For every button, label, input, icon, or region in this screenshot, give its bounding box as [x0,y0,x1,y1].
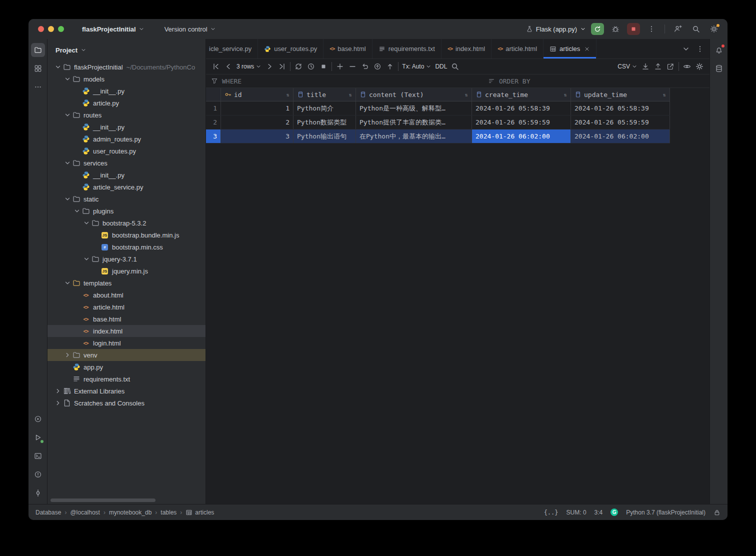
column-header-update-time[interactable]: update_time ⇅ [571,88,670,101]
tab-options-button[interactable] [694,43,706,55]
cell-content[interactable]: Python是一种高级、解释型… [356,102,472,115]
transaction-mode-button[interactable]: Tx: Auto [400,60,433,72]
tree-item-jquery-min-js[interactable]: JS jquery.min.js [48,265,206,277]
tab-index-html[interactable]: <> index.html [442,39,492,58]
tree-item-services-init-py[interactable]: __init__.py [48,169,206,181]
tree-item-user-routes-py[interactable]: user_routes.py [48,145,206,157]
run-configuration-selector[interactable]: Flask (app.py) [526,26,586,33]
cell-content[interactable]: Python提供了丰富的数据类… [356,116,472,129]
tree-item-static[interactable]: static [48,193,206,205]
chevron-right-icon[interactable] [54,388,62,394]
structure-tool-window-button[interactable] [31,62,45,76]
lock-icon[interactable] [714,509,720,516]
table-row[interactable]: 2 2 Python数据类型 Python提供了丰富的数据类… 2024-01-… [206,116,670,130]
chevron-down-icon[interactable] [63,76,72,82]
where-filter-field[interactable]: WHERE [206,78,488,85]
sort-icon[interactable]: ⇅ [286,92,290,98]
tree-item-routes[interactable]: routes [48,109,206,121]
more-tool-windows-button[interactable] [31,80,45,94]
cell-update-time[interactable]: 2024-01-26 05:58:39 [571,102,670,115]
tree-item-external-libraries[interactable]: External Libraries [48,385,206,397]
tree-item-article-py[interactable]: article.py [48,97,206,109]
delete-row-button[interactable] [346,60,358,72]
zoom-window-button[interactable] [58,26,64,32]
tab-base-html[interactable]: <> base.html [324,39,372,58]
tree-item-flaskprojectinitial[interactable]: flaskProjectInitial ~/Documents/PythonCo [48,61,206,73]
tree-item-plugins[interactable]: plugins [48,205,206,217]
export-format-button[interactable]: CSV [616,60,639,72]
aggregate-widget[interactable]: SUM: 0 [566,509,586,516]
tree-item-app-py[interactable]: app.py [48,361,206,373]
grid-corner-cell[interactable] [206,88,221,101]
terminal-tool-window-button[interactable] [31,449,45,463]
history-button[interactable] [305,60,317,72]
table-row[interactable]: 1 1 Python简介 Python是一种高级、解释型… 2024-01-26… [206,102,670,116]
tree-item-base-html[interactable]: <> base.html [48,313,206,325]
tree-item-requirements-txt[interactable]: requirements.txt [48,373,206,385]
tree-item-login-html[interactable]: <> login.html [48,337,206,349]
cell-title[interactable]: Python输出语句 [294,130,356,143]
hidden-tabs-button[interactable] [680,43,692,55]
reload-data-button[interactable] [292,60,304,72]
tree-item-models-init-py[interactable]: __init__.py [48,85,206,97]
version-control-tool-window-button[interactable] [31,486,45,500]
tab-article-html[interactable]: <> article.html [492,39,544,58]
chevron-right-icon[interactable] [63,352,72,358]
data-settings-button[interactable] [694,60,706,72]
view-options-button[interactable] [681,60,693,72]
chevron-down-icon[interactable] [82,220,91,226]
next-page-button[interactable] [264,60,276,72]
commit-button[interactable] [384,60,396,72]
chevron-down-icon[interactable] [63,112,72,118]
cell-id[interactable]: 3 [221,130,294,143]
cell-create-time[interactable]: 2024-01-26 05:58:39 [472,102,571,115]
chevron-down-icon[interactable] [72,208,82,214]
cell-id[interactable]: 2 [221,116,294,129]
find-button[interactable] [449,60,461,72]
stop-button[interactable] [627,23,640,35]
sort-icon[interactable]: ⇅ [564,92,567,98]
row-number[interactable]: 1 [206,102,221,115]
tree-item-about-html[interactable]: <> about.html [48,289,206,301]
chevron-down-icon[interactable] [82,256,91,262]
column-header-id[interactable]: id ⇅ [221,88,294,101]
cell-title[interactable]: Python简介 [294,102,356,115]
page-size-button[interactable]: 3 rows [235,60,263,72]
chevron-down-icon[interactable] [63,196,72,202]
caret-position-widget[interactable]: 3:4 [594,509,603,516]
sort-icon[interactable]: ⇅ [349,92,352,98]
run-tool-window-button[interactable] [31,430,45,444]
breadcrumb-database[interactable]: Database [36,509,61,516]
cell-create-time[interactable]: 2024-01-26 05:59:59 [472,116,571,129]
python-interpreter-widget[interactable]: Python 3.7 (flaskProjectInitial) [626,509,706,516]
add-row-button[interactable] [334,60,346,72]
cell-create-time-selected[interactable]: 2024-01-26 06:02:00 [472,130,571,143]
debug-button[interactable] [609,23,622,35]
rerun-button[interactable] [591,23,604,35]
tab-user-routes-py[interactable]: user_routes.py [258,39,324,58]
tree-item-templates[interactable]: templates [48,277,206,289]
database-tool-window-button[interactable] [712,62,726,76]
problems-tool-window-button[interactable] [31,468,45,482]
close-icon[interactable] [584,46,590,52]
version-control-menu[interactable]: Version control [164,26,216,33]
submit-changes-button[interactable] [372,60,384,72]
breadcrumb-localhost[interactable]: @localhost [70,509,100,516]
services-tool-window-button[interactable] [31,412,45,426]
chevron-down-icon[interactable] [63,160,72,166]
tab-articles[interactable]: articles [544,39,596,58]
column-header-content[interactable]: content (Text) ⇅ [356,88,472,101]
grammarly-icon[interactable]: G [610,508,618,516]
sort-icon[interactable]: ⇅ [465,92,468,98]
tab-article-service-py[interactable]: icle_service.py [206,39,258,58]
tab-requirements-txt[interactable]: requirements.txt [372,39,442,58]
tree-item-scratches-and-consoles[interactable]: Scratches and Consoles [48,397,206,409]
project-tool-window-button[interactable] [31,43,45,57]
cancel-query-button[interactable] [318,60,330,72]
cell-update-time[interactable]: 2024-01-26 06:02:00 [571,130,670,143]
last-page-button[interactable] [276,60,288,72]
open-in-new-button[interactable] [664,60,676,72]
ddl-button[interactable]: DDL [434,60,448,72]
search-everywhere-button[interactable] [690,23,702,35]
column-header-create-time[interactable]: create_time ⇅ [472,88,571,101]
